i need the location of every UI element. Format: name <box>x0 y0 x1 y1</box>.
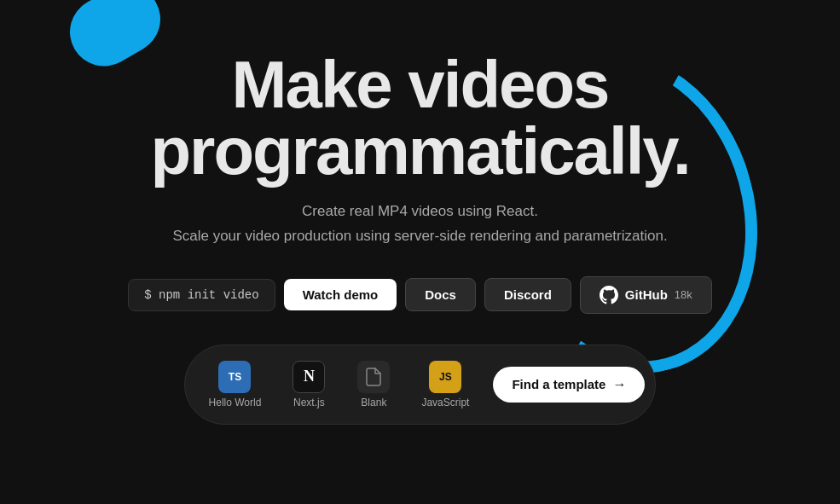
watch-demo-button[interactable]: Watch demo <box>284 279 397 310</box>
nextjs-icon: N <box>293 361 325 393</box>
arrow-right-icon: → <box>612 377 626 392</box>
nextjs-label: Next.js <box>293 397 325 408</box>
discord-button[interactable]: Discord <box>484 278 571 311</box>
cta-row: $ npm init video Watch demo Docs Discord… <box>128 276 712 314</box>
template-item-nextjs[interactable]: N Next.js <box>278 354 339 415</box>
npm-command-badge: $ npm init video <box>128 279 275 311</box>
javascript-icon: JS <box>429 361 461 393</box>
github-icon <box>600 286 618 304</box>
find-template-button[interactable]: Find a template → <box>493 367 645 403</box>
file-svg <box>366 368 381 386</box>
hero-subtitle: Create real MP4 videos using React. Scal… <box>172 200 667 249</box>
github-button[interactable]: GitHub 18k <box>580 276 712 314</box>
template-item-javascript[interactable]: JS JavaScript <box>408 354 483 415</box>
hello-world-label: Hello World <box>209 397 262 408</box>
github-stars: 18k <box>675 288 692 301</box>
hello-world-icon: TS <box>218 361 251 393</box>
template-bar: TS Hello World N Next.js Blank JS JavaSc… <box>184 345 657 425</box>
javascript-label: JavaScript <box>421 397 469 408</box>
template-item-hello-world[interactable]: TS Hello World <box>195 354 275 415</box>
docs-button[interactable]: Docs <box>405 278 476 311</box>
hero-title: Make videos programmatically. <box>150 51 689 184</box>
template-item-blank[interactable]: Blank <box>343 354 404 415</box>
blank-label: Blank <box>361 397 386 408</box>
blank-icon <box>357 361 390 393</box>
